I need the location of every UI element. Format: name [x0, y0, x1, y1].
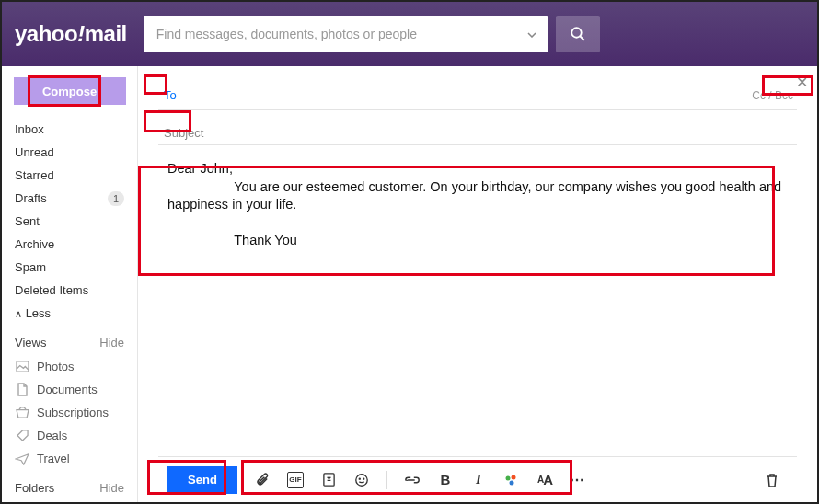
- sidebar-less-toggle[interactable]: ∧ Less: [2, 302, 137, 325]
- search-wrapper: [144, 16, 548, 52]
- sidebar-item-drafts[interactable]: Drafts1: [2, 187, 137, 210]
- sidebar-item-spam[interactable]: Spam: [2, 256, 137, 279]
- subject-label: Subject: [158, 124, 209, 142]
- delete-draft-icon[interactable]: [764, 472, 780, 488]
- folders-hide-link[interactable]: Hide: [99, 481, 124, 495]
- svg-point-4: [356, 474, 367, 485]
- body-line: [167, 214, 788, 233]
- view-deals[interactable]: Deals: [2, 424, 137, 447]
- svg-point-5: [359, 478, 360, 479]
- views-hide-link[interactable]: Hide: [99, 336, 124, 349]
- compose-body[interactable]: Dear John, You are our esteemed customer…: [158, 145, 797, 456]
- views-header: ViewsHide: [2, 325, 137, 355]
- sidebar-item-unread[interactable]: Unread: [2, 141, 137, 164]
- body-line: Thank You: [167, 232, 788, 250]
- search-button[interactable]: [556, 16, 600, 52]
- subscriptions-icon: [15, 406, 29, 420]
- sidebar-item-sent[interactable]: Sent: [2, 210, 137, 233]
- close-compose-icon[interactable]: ✕: [796, 74, 808, 91]
- view-travel[interactable]: Travel: [2, 447, 137, 470]
- italic-icon[interactable]: I: [470, 472, 487, 488]
- compose-pane: ✕ To Cc / Bcc Subject Dear John, You are…: [138, 66, 817, 502]
- font-size-icon[interactable]: AA: [536, 472, 553, 488]
- compose-toolbar: Send GIF B I AA ⋯: [158, 456, 797, 502]
- sidebar-item-starred[interactable]: Starred: [2, 164, 137, 187]
- body-line: You are our esteemed customer. On your b…: [167, 178, 788, 214]
- more-formatting-icon[interactable]: ⋯: [570, 472, 586, 488]
- view-documents[interactable]: Documents: [2, 378, 137, 401]
- chevron-up-icon: ∧: [15, 308, 22, 319]
- sidebar-item-archive[interactable]: Archive: [2, 233, 137, 256]
- to-label: To: [158, 86, 182, 104]
- send-button[interactable]: Send: [167, 466, 237, 494]
- sidebar-item-deleted[interactable]: Deleted Items: [2, 279, 137, 302]
- compose-button[interactable]: Compose: [14, 77, 126, 105]
- svg-rect-3: [323, 474, 333, 486]
- deals-icon: [15, 429, 29, 443]
- text-color-icon[interactable]: [503, 472, 520, 488]
- drafts-badge: 1: [108, 191, 124, 206]
- folders-header: FoldersHide: [2, 470, 137, 497]
- svg-line-1: [580, 36, 584, 40]
- photos-icon: [15, 360, 29, 374]
- svg-point-7: [506, 475, 511, 480]
- travel-icon: [15, 452, 29, 466]
- view-subscriptions[interactable]: Subscriptions: [2, 401, 137, 424]
- attach-icon[interactable]: [254, 472, 271, 488]
- sidebar: Compose Inbox Unread Starred Drafts1 Sen…: [2, 66, 138, 502]
- link-icon[interactable]: [404, 472, 421, 488]
- header-bar: yahoo!mail: [2, 2, 817, 66]
- stationery-icon[interactable]: [320, 472, 337, 488]
- cc-bcc-toggle[interactable]: Cc / Bcc: [748, 88, 797, 103]
- to-row[interactable]: To Cc / Bcc: [158, 81, 797, 110]
- view-photos[interactable]: Photos: [2, 355, 137, 378]
- subject-row[interactable]: Subject: [158, 116, 797, 145]
- body-line: Dear John,: [167, 160, 788, 178]
- toolbar-separator: [386, 471, 387, 489]
- svg-point-0: [571, 28, 582, 38]
- yahoo-mail-logo: yahoo!mail: [15, 21, 127, 47]
- emoji-icon[interactable]: [353, 472, 370, 488]
- svg-point-6: [363, 478, 364, 479]
- svg-point-9: [510, 480, 514, 485]
- search-dropdown-chevron-icon[interactable]: [515, 28, 548, 40]
- sidebar-item-inbox[interactable]: Inbox: [2, 118, 137, 141]
- documents-icon: [15, 383, 29, 397]
- gif-icon[interactable]: GIF: [287, 472, 304, 488]
- search-input[interactable]: [144, 16, 515, 52]
- svg-point-8: [512, 475, 516, 479]
- bold-icon[interactable]: B: [437, 472, 454, 488]
